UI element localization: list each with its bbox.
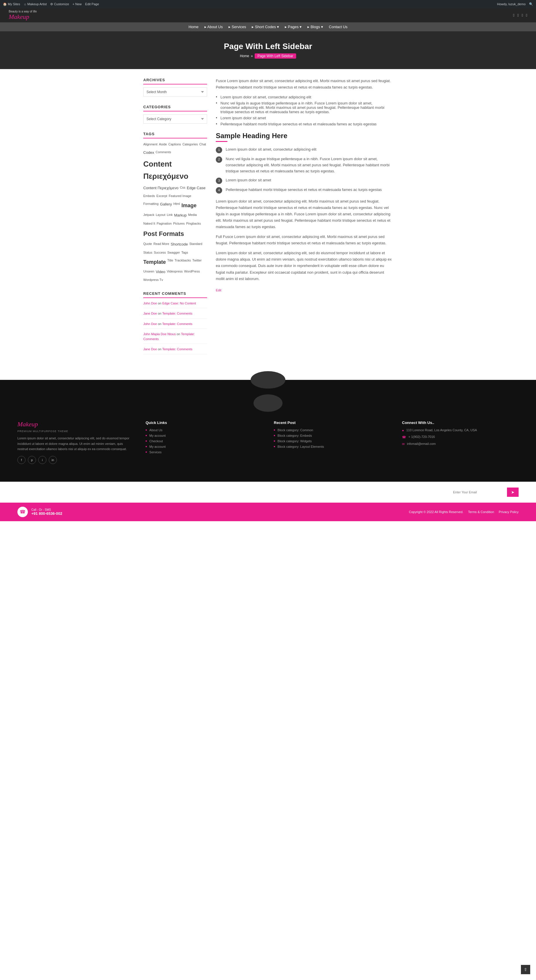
tag-trackbacks[interactable]: Trackbacks (174, 258, 191, 267)
footer-facebook-icon[interactable]: f (17, 456, 25, 464)
tag-pagination[interactable]: Pagination (157, 221, 172, 227)
tag-comments[interactable]: Comments (156, 149, 171, 156)
tag-featured-image[interactable]: Featured Image (169, 193, 192, 199)
tag-image[interactable]: Image (181, 201, 197, 210)
categories-select[interactable]: Select Category (143, 115, 207, 124)
tag-template[interactable]: Template (143, 258, 166, 267)
tag-formatting[interactable]: Formatting (143, 201, 159, 210)
tag-excerpt[interactable]: Excerpt (156, 193, 167, 199)
admin-my-sites[interactable]: 🏠 My Sites (3, 2, 20, 6)
tag-link[interactable]: Link (167, 212, 173, 219)
email-icon: ✉ (402, 442, 404, 446)
tag-standard[interactable]: Standard (189, 241, 203, 248)
breadcrumb-separator: » (251, 54, 253, 58)
nav-pages[interactable]: ▸ Pages ▾ (285, 25, 302, 29)
footer-link-my-account2[interactable]: My account (146, 445, 262, 449)
num-badge-3: 3 (216, 178, 222, 184)
tag-media[interactable]: Media (188, 212, 197, 219)
footer-pinterest-icon[interactable]: p (28, 456, 36, 464)
tag-wordpress[interactable]: WordPress (184, 269, 200, 276)
comment-post-1[interactable]: Edge Case: No Content (162, 302, 196, 305)
comment-author-1[interactable]: John Doe (143, 302, 157, 305)
tag-twitter[interactable]: Twitter (192, 258, 201, 267)
nav-contact[interactable]: Contact Us (329, 25, 347, 29)
tag-content-greek[interactable]: Content Περιεχόμενο (143, 158, 207, 183)
footer-privacy-link[interactable]: Privacy Policy (499, 510, 519, 514)
nav-blogs[interactable]: ▸ Blogs ▾ (308, 25, 323, 29)
tag-success[interactable]: Success (154, 250, 166, 256)
footer-link-checkout[interactable]: Checkout (146, 439, 262, 443)
tag-shortcode[interactable]: Shortcode (171, 241, 188, 248)
nav-home[interactable]: Home (189, 25, 199, 29)
bullet-item-1: Lorem ipsum dolor sit amet, consectetur … (216, 94, 393, 100)
tag-swagger[interactable]: Swagger (167, 250, 180, 256)
social-instagram-icon[interactable]:  (526, 13, 527, 18)
comment-post-5[interactable]: Template: Comments (162, 347, 192, 351)
tag-captions[interactable]: Captions (168, 141, 181, 148)
admin-makeup-artist[interactable]: ☼ Makeup Artist (24, 2, 47, 6)
tag-jetpack[interactable]: Jetpack (143, 212, 154, 219)
tag-tags[interactable]: Tags (181, 250, 188, 256)
admin-new[interactable]: + New (73, 2, 82, 6)
tag-pictures[interactable]: Pictures (173, 221, 185, 227)
tag-gallery[interactable]: Gallery (160, 201, 172, 210)
footer-instagram-icon[interactable]: i (38, 456, 46, 464)
footer-terms-link[interactable]: Terms & Condition (468, 510, 494, 514)
tag-aside[interactable]: Aside (159, 141, 167, 148)
tag-embeds[interactable]: Embeds (143, 193, 155, 199)
newsletter-email-input[interactable] (449, 488, 507, 497)
tag-status[interactable]: Status (143, 250, 152, 256)
breadcrumb-home[interactable]: Home (240, 54, 249, 58)
tag-markup[interactable]: Markup (174, 212, 187, 219)
tag-css[interactable]: Css (180, 185, 186, 192)
tag-title[interactable]: Title (167, 258, 173, 267)
social-twitter-icon[interactable]:  (517, 13, 519, 18)
nav-shortcodes[interactable]: ▸ Short Codes ▾ (252, 25, 279, 29)
tag-content-greek2[interactable]: Content Περιεχόμενο (143, 185, 178, 192)
tag-chat[interactable]: Chat (199, 141, 206, 148)
footer-post-2[interactable]: Block category: Embeds (274, 434, 390, 438)
footer-address: ● 110 Lorence Road, Los Angeles County, … (402, 428, 519, 432)
tag-edge-case[interactable]: Edge Case (187, 185, 205, 192)
newsletter-title: Get More Update Join Our Newsletters (17, 490, 97, 495)
comment-post-2[interactable]: Template: Comments (162, 312, 192, 315)
tag-html[interactable]: Html (173, 201, 180, 210)
footer-col-links: Quick Links About Us My account Checkout… (146, 420, 262, 464)
nav-services[interactable]: ▸ Services (228, 25, 246, 29)
tag-pingbacks[interactable]: Pingbacks (186, 221, 201, 227)
tag-alignment[interactable]: Alignment (143, 141, 157, 148)
tag-video[interactable]: Video (156, 269, 165, 276)
edit-link[interactable]: Edit (216, 288, 221, 292)
newsletter-submit-button[interactable]: ➤ (507, 488, 519, 497)
tag-unseen[interactable]: Unseen (143, 269, 154, 276)
tag-videopress[interactable]: Videopress (167, 269, 183, 276)
footer-post-4[interactable]: Block category: Layout Elements (274, 445, 390, 449)
tag-read-more[interactable]: Read More (154, 241, 169, 248)
tag-post-formats[interactable]: Post Formats (143, 228, 207, 239)
admin-edit-page[interactable]: Edit Page (85, 2, 99, 6)
tag-quote[interactable]: Quote (143, 241, 152, 248)
comment-post-3[interactable]: Template: Comments (162, 322, 192, 326)
tag-wordpress-tv[interactable]: Wordpress Tv (143, 277, 163, 283)
footer-link-about[interactable]: About Us (146, 428, 262, 432)
tag-layout[interactable]: Layout (156, 212, 165, 219)
footer-post-1[interactable]: Block category: Common (274, 428, 390, 432)
social-pinterest-icon[interactable]:  (522, 13, 523, 18)
footer-link-my-account[interactable]: My account (146, 434, 262, 438)
comment-author-5[interactable]: Jane Doe (143, 347, 157, 351)
footer-post-3[interactable]: Block category: Widgets (274, 439, 390, 443)
footer-linkedin-icon[interactable]: in (49, 456, 57, 464)
bullet-item-4: Pellentesque habitant morbi tristique se… (216, 121, 393, 127)
tag-naked-it[interactable]: Naked It (143, 221, 155, 227)
nav-about[interactable]: ▸ About Us (205, 25, 223, 29)
tag-codex[interactable]: Codex (143, 149, 154, 156)
social-facebook-icon[interactable]:  (513, 13, 515, 18)
comment-author-4[interactable]: John Mapia Doe Ntous (143, 332, 176, 336)
admin-search-icon[interactable]: 🔍 (529, 2, 533, 6)
tag-categories[interactable]: Categories (182, 141, 198, 148)
footer-link-services[interactable]: Services (146, 450, 262, 454)
comment-author-3[interactable]: John Doe (143, 322, 157, 326)
archives-select[interactable]: Select Month (143, 88, 207, 97)
admin-customize[interactable]: ⚙ Customize (50, 2, 69, 6)
comment-author-2[interactable]: Jane Doe (143, 312, 157, 315)
